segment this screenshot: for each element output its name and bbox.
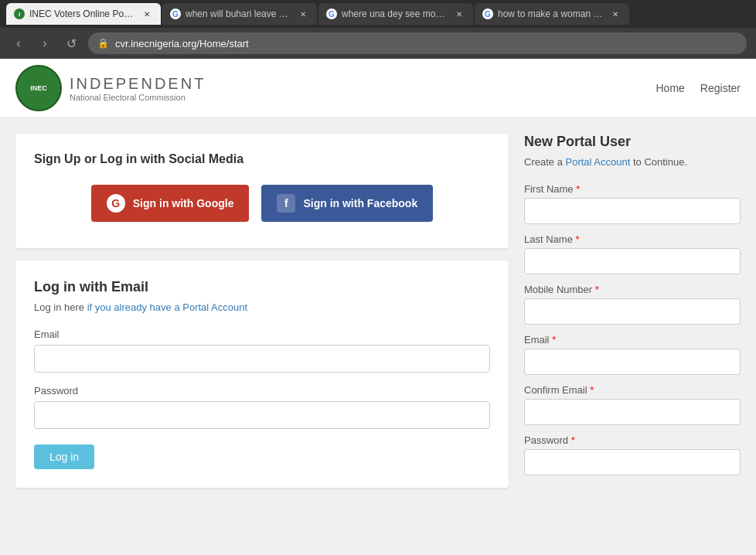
new-user-heading: New Portal User [524,134,741,150]
portal-account-link[interactable]: if you already have a Portal Account [87,301,247,313]
brand-subtitle: National Electoral Commission [70,93,206,102]
brand-title: INDEPENDENT [70,75,206,93]
confirm-email-label: Confirm Email * [524,384,741,396]
tab-favicon-inec: I [14,9,25,19]
create-portal-link[interactable]: Portal Account [565,156,630,168]
google-icon: G [107,194,125,213]
navbar-links: Home Register [656,82,741,94]
confirm-email-required: * [590,384,594,396]
facebook-btn-label: Sign in with Facebook [303,197,417,209]
last-name-label: Last Name * [524,233,741,245]
reg-email-group: Email * [524,334,741,375]
url-path: /Home/start [197,38,249,49]
login-button[interactable]: Log in [34,444,94,469]
first-name-required: * [576,183,580,195]
email-label: Email [34,329,490,340]
tab-favicon-google1: G [170,9,181,19]
logo-text-block: INDEPENDENT National Electoral Commissio… [70,75,206,102]
email-subtitle: Log in here if you already have a Portal… [34,301,490,313]
new-user-panel: New Portal User Create a Portal Account … [524,134,741,475]
reg-password-required: * [571,434,575,446]
reg-password-group: Password * [524,434,741,475]
navbar: INEC INDEPENDENT National Electoral Comm… [0,59,756,118]
page-content: INEC INDEPENDENT National Electoral Comm… [0,59,756,555]
create-account-text: Create a Portal Account to Continue. [524,156,741,168]
tab-close-inec[interactable]: ✕ [141,8,153,20]
tab-label-google2: where una dey see money - [342,9,448,19]
tab-label-google1: when will buhari leave office - G... [186,9,292,19]
email-subtitle-text: Log in here [34,301,87,313]
mobile-required: * [595,284,599,295]
google-btn-label: Sign in with Google [133,197,234,209]
last-name-input[interactable] [524,248,741,274]
facebook-signin-button[interactable]: f Sign in with Facebook [261,185,433,222]
url-text: cvr.inecnigeria.org/Home/start [115,38,249,49]
main-content: Sign Up or Log in with Social Media G Si… [0,118,756,503]
tab-close-google1[interactable]: ✕ [297,8,309,20]
tab-label-inec: INEC Voters Online Portal [29,9,136,19]
lock-icon: 🔒 [97,38,109,49]
create-suffix: to Continue. [630,156,687,168]
navbar-brand: INEC INDEPENDENT National Electoral Comm… [15,65,206,111]
tab-google3[interactable]: G how to make a woman fall in lov... ✕ [475,3,629,25]
last-name-group: Last Name * [524,233,741,274]
back-button[interactable]: ‹ [9,34,28,53]
first-name-label: First Name * [524,183,741,195]
social-signin-card: Sign Up or Log in with Social Media G Si… [15,134,509,248]
confirm-email-group: Confirm Email * [524,384,741,425]
tab-label-google3: how to make a woman fall in lov... [498,9,604,19]
address-bar: ‹ › ↺ 🔒 cvr.inecnigeria.org/Home/start [0,28,756,59]
tab-google2[interactable]: G where una dey see money - ✕ [318,3,473,25]
reg-email-required: * [552,334,556,346]
url-host: cvr.inecnigeria.org [115,38,197,49]
tab-inec[interactable]: I INEC Voters Online Portal ✕ [6,3,161,25]
facebook-icon: f [277,194,295,213]
email-login-card: Log in with Email Log in here if you alr… [15,260,509,488]
mobile-number-input[interactable] [524,298,741,325]
browser-chrome: I INEC Voters Online Portal ✕ G when wil… [0,0,756,59]
nav-link-home[interactable]: Home [656,82,685,94]
email-heading: Log in with Email [34,279,490,295]
reg-password-input[interactable] [524,449,741,475]
mobile-number-group: Mobile Number * [524,284,741,325]
password-input[interactable] [34,401,490,429]
tab-favicon-google2: G [326,9,337,19]
forward-button[interactable]: › [36,34,54,53]
inec-logo: INEC [15,65,62,111]
social-buttons: G Sign in with Google f Sign in with Fac… [34,185,490,222]
create-prefix: Create a [524,156,565,168]
tab-close-google3[interactable]: ✕ [609,8,621,20]
first-name-input[interactable] [524,198,741,224]
social-heading: Sign Up or Log in with Social Media [34,152,490,166]
email-input[interactable] [34,345,490,373]
left-panel: Sign Up or Log in with Social Media G Si… [15,134,509,488]
tab-close-google2[interactable]: ✕ [453,8,465,20]
tab-google1[interactable]: G when will buhari leave office - G... ✕ [162,3,317,25]
nav-link-register[interactable]: Register [700,82,741,94]
tab-bar: I INEC Voters Online Portal ✕ G when wil… [0,0,756,28]
reg-email-input[interactable] [524,349,741,375]
password-label: Password [34,385,490,397]
password-form-group: Password [34,385,490,429]
url-bar[interactable]: 🔒 cvr.inecnigeria.org/Home/start [88,32,747,54]
google-signin-button[interactable]: G Sign in with Google [91,185,250,222]
confirm-email-input[interactable] [524,399,741,425]
reg-email-label: Email * [524,334,741,346]
reload-button[interactable]: ↺ [62,34,80,53]
last-name-required: * [576,233,580,245]
logo-text: INEC [30,84,47,92]
right-panel: New Portal User Create a Portal Account … [509,134,741,488]
tab-favicon-google3: G [482,9,493,19]
email-form-group: Email [34,329,490,373]
reg-password-label: Password * [524,434,741,446]
first-name-group: First Name * [524,183,741,224]
mobile-number-label: Mobile Number * [524,284,741,295]
